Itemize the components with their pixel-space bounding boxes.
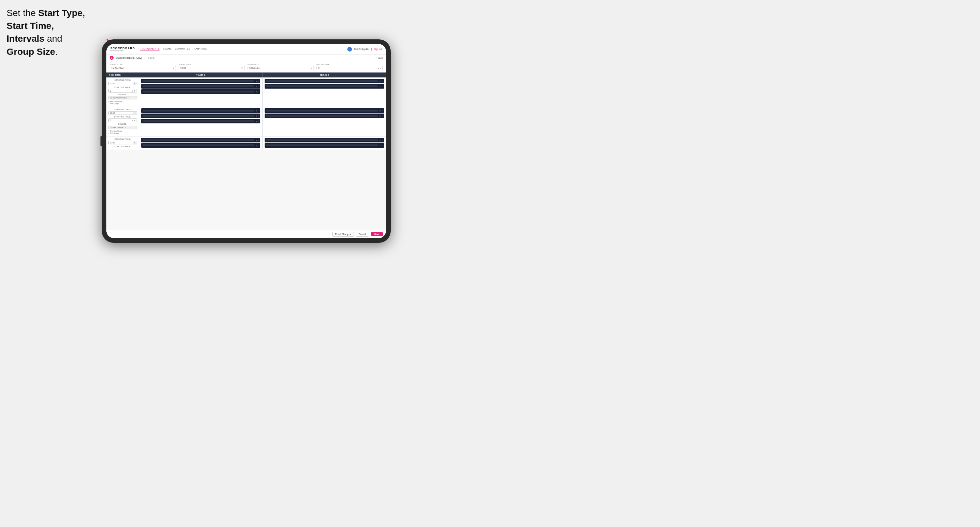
group-size-select[interactable]: 3 ▲▼ (317, 66, 383, 70)
remove-group-2[interactable]: ○ Remove Group (108, 130, 137, 132)
breadcrumb-logo: C (110, 56, 114, 60)
player-edit-btn[interactable]: ✕ (379, 144, 381, 147)
start-time-select[interactable]: 10:00 🕐 (178, 66, 245, 70)
player-edit-btn[interactable]: ✕ (379, 80, 381, 83)
clock-icon-2: 🕐 (133, 112, 135, 114)
course-tag-2: 📋 East Lake GC × (108, 126, 137, 129)
nav-teams[interactable]: TEAMS (163, 47, 172, 51)
tablet-frame: SCOREBOARD Powered by clipp TOURNAMENTS … (102, 40, 391, 243)
instruction-line1-normal: Set the (6, 8, 38, 18)
course-remove-2[interactable]: × (125, 126, 126, 128)
nav-separator: | (371, 48, 372, 50)
player-name (143, 110, 254, 111)
hole-stepper-2[interactable]: ▲▼ (131, 119, 135, 121)
logo-sub: Powered by clipp (110, 50, 135, 51)
start-type-label: Start Type (110, 63, 176, 65)
breadcrumb-hosting: Hosting (147, 57, 154, 59)
starting-time-value-3: 10:20 (110, 141, 115, 144)
player-row: ✕ ○ (265, 108, 384, 113)
course-label-1: COURSE: (108, 94, 137, 95)
player-row: ✕ ○ (141, 89, 260, 94)
instruction-line3-normal: and (45, 33, 62, 44)
player-more-btn[interactable]: ○ (382, 80, 383, 83)
player-row: ✕ ○ (141, 114, 260, 118)
player-edit-btn[interactable]: ✕ (255, 80, 257, 83)
team2-cell-2: ✕ ○ ✕ ○ (262, 107, 386, 136)
player-edit-btn[interactable]: ✕ (255, 110, 257, 112)
starting-hole-input-1[interactable]: 1 ▲▼ (108, 89, 137, 92)
player-actions: ✕ ○ (379, 110, 383, 112)
player-edit-btn[interactable]: ✕ (379, 115, 381, 117)
course-remove-1[interactable]: × (128, 97, 129, 99)
player-edit-btn[interactable]: ✕ (379, 139, 381, 141)
player-edit-btn[interactable]: ✕ (255, 144, 257, 147)
starting-hole-value-2: 1 (110, 119, 111, 121)
add-group-2[interactable]: + Add Group (108, 132, 137, 134)
player-row: ✕ ○ (141, 138, 260, 143)
player-name (266, 85, 378, 87)
player-more-btn[interactable]: ○ (382, 115, 383, 117)
reset-changes-button[interactable]: Reset Changes (332, 232, 354, 237)
nav-tournaments[interactable]: TOURNAMENTS (140, 47, 159, 51)
player-more-btn[interactable]: ○ (258, 115, 259, 117)
player-more-btn[interactable]: ○ (258, 80, 259, 83)
remove-group-1[interactable]: ○ Remove Group (108, 100, 137, 102)
player-edit-btn[interactable]: ✕ (379, 85, 381, 87)
user-avatar (347, 47, 352, 51)
nav-links: TOURNAMENTS TEAMS COMMITTEE RANKINGS (140, 47, 347, 51)
add-group-1[interactable]: + Add Group (108, 103, 137, 105)
starting-time-input-2[interactable]: 10:10 🕐 (108, 111, 137, 115)
player-edit-btn[interactable]: ✕ (255, 120, 257, 122)
player-more-btn[interactable]: ○ (382, 85, 383, 87)
course-label-2: COURSE: (108, 123, 137, 125)
player-name (143, 85, 254, 87)
player-name (266, 115, 378, 117)
starting-time-input-1[interactable]: 10:00 🕐 (108, 82, 137, 85)
player-more-btn[interactable]: ○ (258, 110, 259, 112)
player-edit-btn[interactable]: ✕ (255, 90, 257, 93)
player-name (266, 80, 378, 82)
nav-committee[interactable]: COMMITTEE (175, 47, 191, 51)
player-name (143, 120, 254, 122)
cancel-button[interactable]: Cancel (356, 232, 369, 237)
player-edit-btn[interactable]: ✕ (255, 115, 257, 117)
player-more-btn[interactable]: ○ (258, 144, 259, 147)
player-name (143, 90, 254, 92)
player-row: ✕ ○ (141, 84, 260, 89)
player-more-btn[interactable]: ○ (382, 144, 383, 147)
player-row: ✕ ○ (265, 143, 384, 148)
hole-stepper-1[interactable]: ▲▼ (131, 90, 135, 92)
navbar: SCOREBOARD Powered by clipp TOURNAMENTS … (107, 44, 386, 54)
player-more-btn[interactable]: ○ (258, 85, 259, 87)
player-more-btn[interactable]: ○ (258, 90, 259, 93)
sign-out-link[interactable]: Sign out (374, 48, 382, 50)
player-actions: ✕ ○ (379, 85, 383, 87)
player-edit-btn[interactable]: ✕ (255, 139, 257, 141)
intervals-select[interactable]: 10 Minutes ▼ (248, 66, 314, 70)
tournament-name[interactable]: Clippd Invitational (May) (116, 56, 142, 59)
group-row: STARTING TIME: 10:10 🕐 STARTING HOLE: 1 … (107, 107, 386, 137)
player-edit-btn[interactable]: ✕ (255, 85, 257, 87)
player-more-btn[interactable]: ○ (258, 120, 259, 122)
player-more-btn[interactable]: ○ (382, 139, 383, 141)
starting-time-input-3[interactable]: 10:20 🕐 (108, 141, 137, 144)
intervals-label: Intervals (248, 63, 314, 65)
start-type-select[interactable]: 1st Tee Start ▼ (110, 66, 176, 70)
player-edit-btn[interactable]: ✕ (379, 110, 381, 112)
nav-rankings[interactable]: RANKINGS (194, 47, 207, 51)
user-email: blair@clippd.io (354, 48, 369, 50)
team2-cell-1: ✕ ○ ✕ ○ (262, 78, 386, 106)
player-actions: ✕ ○ (379, 80, 383, 83)
player-actions: ✕ ○ (255, 115, 259, 117)
footer-bar: Reset Changes Cancel Save (107, 230, 386, 238)
starting-hole-input-2[interactable]: 1 ▲▼ (108, 119, 137, 122)
group-left-2: STARTING TIME: 10:10 🕐 STARTING HOLE: 1 … (107, 107, 139, 136)
save-button[interactable]: Save (371, 232, 383, 236)
intervals-value: 10 Minutes (249, 67, 260, 69)
player-more-btn[interactable]: ○ (382, 110, 383, 112)
player-more-btn[interactable]: ○ (258, 139, 259, 141)
logo-area: SCOREBOARD Powered by clipp (110, 47, 135, 51)
group-size-label: Group Size (317, 63, 383, 65)
back-button[interactable]: ‹ Back (376, 57, 383, 59)
player-actions: ✕ ○ (255, 120, 259, 122)
